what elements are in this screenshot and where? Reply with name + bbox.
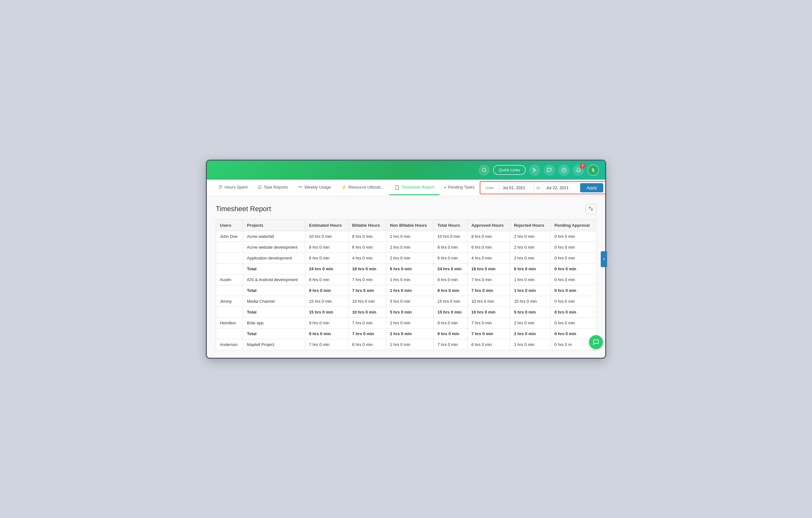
table-cell: Media Channel	[243, 296, 305, 306]
table-cell: Acme waterfall	[243, 231, 305, 242]
table-cell: 2 hrs 0 min	[386, 317, 434, 328]
tab-pending-tasks[interactable]: ▪ Pending Tasks	[439, 180, 480, 195]
table-row: Application development6 hrs 0 min4 hrs …	[216, 252, 596, 263]
report-header: Timesheet Report	[216, 204, 596, 214]
table-row: JimmyMedia Channel15 hrs 0 min10 hrs 0 m…	[216, 296, 596, 306]
timesheet-icon: 📋	[394, 185, 400, 190]
cursor-icon-button[interactable]	[529, 164, 541, 176]
table-cell: 8 hrs 0 min	[305, 274, 348, 285]
weekly-usage-icon: 〜	[298, 185, 302, 190]
table-cell: 0 hrs 0 min	[551, 296, 596, 306]
sort-button[interactable]	[585, 204, 596, 214]
table-cell: Jimmy	[216, 296, 243, 306]
table-row: AustiniOS & Android development8 hrs 0 m…	[216, 274, 596, 285]
table-cell	[216, 306, 243, 317]
table-cell: Total	[243, 306, 305, 317]
table-cell	[216, 242, 243, 252]
table-cell: iOS & Android development	[243, 274, 305, 285]
table-cell: 8 hrs 0 min	[434, 242, 468, 252]
table-cell: 10 hrs 0 min	[348, 296, 386, 306]
table-cell: 2 hrs 0 min	[510, 242, 550, 252]
notification-button[interactable]: 7	[573, 164, 584, 176]
table-cell: 0 hrs 0 min	[551, 328, 596, 339]
table-cell: 1 hrs 0 min	[510, 339, 550, 350]
table-cell: 18 hrs 0 min	[467, 263, 510, 274]
table-cell: Acme website development	[243, 242, 305, 252]
svg-line-1	[485, 171, 486, 172]
table-cell: 0 hrs 0 min	[551, 231, 596, 242]
tab-timesheet-report[interactable]: 📋 Timesheet Report	[389, 180, 439, 195]
table-cell	[216, 263, 243, 274]
timesheet-table: Users Projects Estimated Hours Billable …	[216, 219, 596, 350]
table-cell: 1 hrs 0 min	[386, 274, 434, 285]
tab-hours-spent[interactable]: ⏱ Hours Spent	[213, 180, 253, 195]
table-cell: 5 hrs 0 min	[386, 296, 434, 306]
table-cell: 10 hrs 0 min	[467, 296, 510, 306]
table-cell: 7 hrs 0 min	[467, 317, 510, 328]
table-cell: 8 hrs 0 min	[305, 285, 348, 296]
table-cell: 0 hrs 0 min	[551, 252, 596, 263]
table-cell: 9 hrs 0 min	[305, 317, 348, 328]
table-cell: 1 hrs 0 min	[510, 274, 550, 285]
table-cell: 7 hrs 0 min	[467, 285, 510, 296]
table-row: Total15 hrs 0 min10 hrs 0 min5 hrs 0 min…	[216, 306, 596, 317]
table-cell: 2 hrs 0 min	[386, 328, 434, 339]
table-cell: 8 hrs 0 min	[434, 274, 468, 285]
user-filter-label: User	[483, 185, 496, 190]
table-cell: 2 hrs 0 min	[386, 242, 434, 252]
search-button[interactable]	[478, 164, 490, 176]
table-cell: Hemilton	[216, 317, 243, 328]
date-filter-bar: User to Apply	[480, 181, 606, 194]
tab-weekly-usage[interactable]: 〜 Weekly Usage	[293, 180, 336, 196]
table-cell: 4 hrs 0 min	[348, 252, 386, 263]
table-cell: 6 hrs 0 min	[434, 252, 468, 263]
table-cell: 6 hrs 0 min	[467, 242, 510, 252]
table-cell: 7 hrs 0 min	[348, 285, 386, 296]
apply-button[interactable]: Apply	[580, 183, 603, 192]
table-cell	[216, 252, 243, 263]
table-cell: Maptell Project	[243, 339, 305, 350]
table-cell: Total	[243, 285, 305, 296]
table-cell: 2 hrs 0 min	[510, 252, 550, 263]
table-cell: 7 hrs 0 min	[467, 328, 510, 339]
table-cell: Anderson	[216, 339, 243, 350]
chat-icon-button[interactable]	[544, 164, 555, 176]
table-cell: 6 hrs 0 min	[348, 242, 386, 252]
table-row: AndersonMaptell Project7 hrs 0 min6 hrs …	[216, 339, 596, 350]
tab-bar: ⏱ Hours Spent ☑ Task Reports 〜 Weekly Us…	[207, 180, 605, 196]
tab-resource-utilization[interactable]: ⚡ Resource Utilizati...	[336, 180, 389, 195]
table-cell: 10 hrs 0 min	[305, 231, 348, 242]
table-cell: 4 hrs 0 min	[467, 252, 510, 263]
table-cell: 24 hrs 0 min	[434, 263, 468, 274]
table-cell: 2 hrs 0 min	[510, 317, 550, 328]
table-cell: 7 hrs 0 min	[348, 317, 386, 328]
table-cell: Austin	[216, 274, 243, 285]
to-date-input[interactable]	[543, 183, 578, 192]
table-cell: Application development	[243, 252, 305, 263]
top-nav: Quick Links	[207, 161, 605, 180]
report-title: Timesheet Report	[216, 205, 271, 213]
table-cell: 8 hrs 0 min	[305, 242, 348, 252]
floating-chat-button[interactable]	[589, 335, 603, 349]
table-cell: 9 hrs 0 min	[434, 317, 468, 328]
user-avatar[interactable]: S	[587, 164, 599, 176]
side-panel-handle[interactable]	[601, 251, 607, 267]
quick-links-button[interactable]: Quick Links	[493, 165, 526, 175]
table-cell: 7 hrs 0 min	[305, 339, 348, 350]
table-cell: Brite app	[243, 317, 305, 328]
table-cell: 0 hrs 0 min	[551, 242, 596, 252]
to-label: to	[536, 185, 540, 190]
col-total: Total Hours	[434, 219, 468, 231]
col-users: Users	[216, 219, 243, 231]
table-cell: 7 hrs 0 min	[434, 339, 468, 350]
tab-task-reports[interactable]: ☑ Task Reports	[253, 180, 293, 195]
table-cell: 5 hrs 0 min	[386, 306, 434, 317]
table-cell: 15 hrs 0 min	[434, 296, 468, 306]
hours-spent-icon: ⏱	[218, 185, 223, 190]
help-icon-button[interactable]	[558, 164, 570, 176]
table-cell: 1 hrs 0 min	[386, 285, 434, 296]
table-cell: 2 hrs 0 min	[510, 328, 550, 339]
from-date-input[interactable]	[499, 183, 534, 192]
table-cell: 24 hrs 0 min	[305, 263, 348, 274]
table-cell: 6 hrs 0 min	[510, 263, 550, 274]
